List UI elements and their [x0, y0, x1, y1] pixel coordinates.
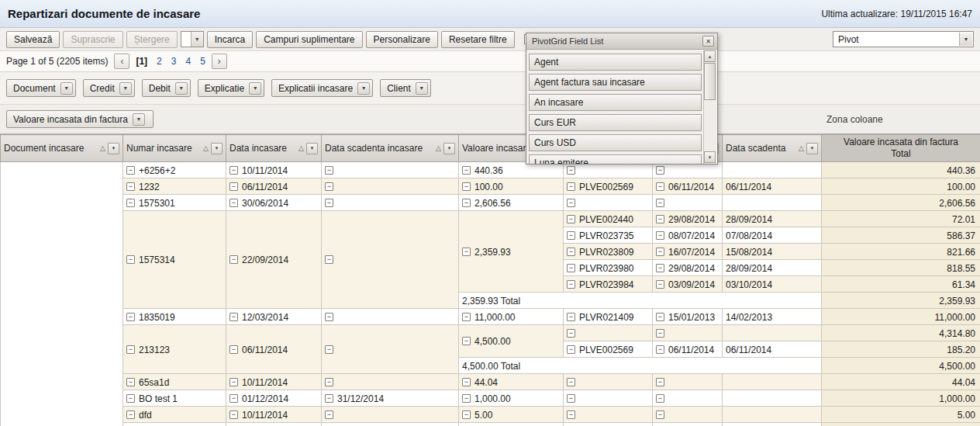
- column-filter-button[interactable]: ▼: [211, 143, 223, 154]
- collapse-icon[interactable]: −: [325, 378, 333, 386]
- filter-field-credit[interactable]: Credit▼: [83, 79, 135, 97]
- filter-field-debit[interactable]: Debit▼: [142, 79, 191, 97]
- collapse-icon[interactable]: −: [462, 337, 471, 345]
- field-list-titlebar[interactable]: PivotGrid Field List ✕: [526, 33, 717, 50]
- collapse-icon[interactable]: −: [656, 280, 664, 289]
- page-link-2[interactable]: 2: [157, 56, 162, 67]
- collapse-icon[interactable]: −: [462, 182, 471, 191]
- collapse-icon[interactable]: −: [567, 199, 575, 207]
- collapse-icon[interactable]: −: [229, 255, 238, 264]
- incarca-button[interactable]: Incarca: [207, 31, 253, 48]
- column-header-numar-incasare[interactable]: Numar incasare△▼: [123, 135, 226, 162]
- collapse-icon[interactable]: −: [126, 410, 135, 419]
- next-page-button[interactable]: ›: [212, 54, 227, 69]
- collapse-icon[interactable]: −: [462, 410, 471, 419]
- collapse-icon[interactable]: −: [567, 345, 575, 354]
- column-header-document-incasare[interactable]: Document incasare△▼: [1, 135, 123, 162]
- data-field-dropdown-button[interactable]: ▼: [133, 113, 145, 126]
- collapse-icon[interactable]: −: [567, 313, 575, 321]
- collapse-icon[interactable]: −: [126, 394, 135, 403]
- column-header-data-scadenta[interactable]: Data scadenta△▼: [723, 135, 822, 162]
- collapse-icon[interactable]: −: [325, 313, 333, 321]
- scroll-down-button[interactable]: ▼: [704, 151, 716, 163]
- filter-dropdown-button[interactable]: ▼: [60, 82, 73, 95]
- collapse-icon[interactable]: −: [126, 199, 135, 207]
- field-list-item-agent-factura-sau-incasare[interactable]: Agent factura sau incasare: [529, 74, 702, 91]
- collapse-icon[interactable]: −: [462, 166, 471, 175]
- collapse-icon[interactable]: −: [656, 378, 664, 386]
- page-link-4[interactable]: 4: [185, 56, 191, 67]
- collapse-icon[interactable]: −: [126, 166, 135, 175]
- collapse-icon[interactable]: −: [567, 166, 575, 175]
- collapse-icon[interactable]: −: [656, 410, 664, 419]
- scroll-up-button[interactable]: ▲: [704, 50, 716, 62]
- column-header-data-incasare[interactable]: Data incasare△▼: [226, 135, 322, 162]
- personalizare-button[interactable]: Personalizare: [366, 31, 438, 48]
- collapse-icon[interactable]: −: [656, 394, 664, 403]
- collapse-icon[interactable]: −: [656, 215, 664, 223]
- collapse-icon[interactable]: −: [462, 378, 471, 386]
- collapse-icon[interactable]: −: [567, 410, 575, 419]
- collapse-icon[interactable]: −: [656, 199, 664, 207]
- column-filter-button[interactable]: ▼: [108, 143, 119, 154]
- collapse-icon[interactable]: −: [462, 248, 471, 256]
- data-field-chip[interactable]: Valoare incasata din factura ▼: [6, 110, 154, 128]
- filter-dropdown-button[interactable]: ▼: [416, 82, 428, 95]
- filter-dropdown-button[interactable]: ▼: [119, 82, 132, 95]
- collapse-icon[interactable]: −: [229, 166, 238, 175]
- collapse-icon[interactable]: −: [656, 182, 664, 191]
- campuri-suplimentare-button[interactable]: Campuri suplimentare: [256, 31, 362, 48]
- collapse-icon[interactable]: −: [656, 264, 664, 272]
- collapse-icon[interactable]: −: [325, 394, 333, 403]
- collapse-icon[interactable]: −: [567, 378, 575, 386]
- collapse-icon[interactable]: −: [656, 329, 664, 338]
- field-list-item-curs-eur[interactable]: Curs EUR: [529, 114, 702, 131]
- collapse-icon[interactable]: −: [656, 248, 664, 256]
- filter-dropdown-button[interactable]: ▼: [249, 82, 261, 95]
- collapse-icon[interactable]: −: [229, 199, 238, 207]
- filter-field-explicatii-incasare[interactable]: Explicatii incasare▼: [271, 79, 373, 97]
- close-button[interactable]: ✕: [702, 36, 714, 47]
- collapse-icon[interactable]: −: [656, 166, 664, 175]
- collapse-icon[interactable]: −: [126, 345, 135, 354]
- collapse-icon[interactable]: −: [126, 378, 135, 386]
- collapse-icon[interactable]: −: [567, 280, 575, 289]
- column-filter-button[interactable]: ▼: [443, 143, 455, 154]
- column-header-data-scadenta-incasare[interactable]: Data scadenta incasare△▼: [322, 135, 459, 162]
- collapse-icon[interactable]: −: [656, 313, 664, 321]
- collapse-icon[interactable]: −: [567, 329, 575, 338]
- scrollbar-thumb[interactable]: [704, 63, 716, 100]
- field-list-item-luna-emitere[interactable]: Luna emitere: [529, 154, 702, 164]
- column-filter-button[interactable]: ▼: [806, 143, 818, 154]
- field-list-scrollbar[interactable]: ▲ ▼: [703, 50, 716, 164]
- filter-dropdown-button[interactable]: ▼: [357, 82, 370, 95]
- collapse-icon[interactable]: −: [462, 313, 471, 321]
- collapse-icon[interactable]: −: [656, 345, 664, 354]
- collapse-icon[interactable]: −: [325, 199, 333, 207]
- collapse-icon[interactable]: −: [567, 394, 575, 403]
- collapse-icon[interactable]: −: [567, 182, 575, 191]
- collapse-icon[interactable]: −: [656, 231, 664, 240]
- collapse-icon[interactable]: −: [325, 345, 333, 354]
- collapse-icon[interactable]: −: [229, 182, 238, 191]
- collapse-icon[interactable]: −: [229, 410, 238, 419]
- field-list-item-agent[interactable]: Agent: [529, 54, 702, 71]
- collapse-icon[interactable]: −: [567, 264, 575, 272]
- column-filter-button[interactable]: ▼: [306, 143, 318, 154]
- collapse-icon[interactable]: −: [229, 313, 238, 321]
- field-list-item-an-incasare[interactable]: An incasare: [529, 94, 702, 111]
- collapse-icon[interactable]: −: [462, 199, 471, 207]
- collapse-icon[interactable]: −: [325, 410, 333, 419]
- tergere-button[interactable]: Ștergere: [126, 31, 178, 48]
- prev-page-button[interactable]: ‹: [114, 54, 129, 69]
- collapse-icon[interactable]: −: [229, 394, 238, 403]
- collapse-icon[interactable]: −: [229, 345, 238, 354]
- resetare-filtre-button[interactable]: Resetare filtre: [441, 31, 515, 48]
- salveaz-button[interactable]: Salvează: [6, 31, 60, 48]
- pivot-dropdown[interactable]: Pivot ▼: [833, 31, 974, 47]
- filter-field-client[interactable]: Client▼: [380, 79, 431, 97]
- collapse-icon[interactable]: −: [126, 313, 135, 321]
- collapse-icon[interactable]: −: [462, 394, 471, 403]
- collapse-icon[interactable]: −: [229, 378, 238, 386]
- page-link-5[interactable]: 5: [200, 56, 205, 67]
